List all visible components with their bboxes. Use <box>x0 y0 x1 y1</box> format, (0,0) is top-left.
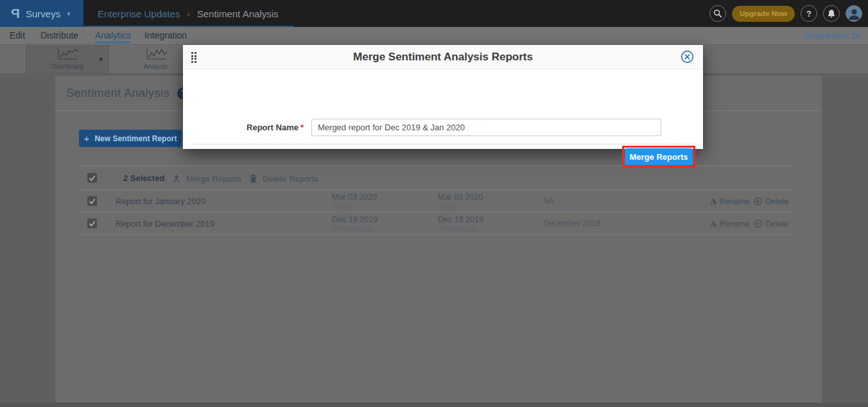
help-button[interactable]: ? <box>801 5 817 22</box>
table-row: Report for December 2019 Dec 19 2019 2 m… <box>79 212 794 235</box>
report-name[interactable]: Report for January 2020 <box>116 190 205 212</box>
delete-reports-action[interactable]: Delete Reports <box>249 166 318 191</box>
responses-count: Responses: 28 <box>804 27 860 44</box>
merge-action-label: Merge Reports <box>186 174 241 184</box>
table-row: Report for January 2020 Mar 03 2020 Toda… <box>79 190 794 212</box>
rename-button[interactable]: A Rename <box>710 212 750 235</box>
check-icon <box>88 220 96 228</box>
drag-handle-icon[interactable] <box>191 52 196 63</box>
zigzag-chart-icon <box>142 48 170 63</box>
line-chart-icon <box>53 48 82 63</box>
new-sentiment-report-button[interactable]: + New Sentiment Report <box>79 130 182 147</box>
reports-table: 2 Selected Merge Reports Delete Reports … <box>79 166 794 235</box>
rename-button[interactable]: A Rename <box>710 190 750 212</box>
modal-divider <box>193 144 693 144</box>
bell-icon <box>827 9 836 18</box>
date-range: December 2019 <box>543 212 600 235</box>
report-name[interactable]: Report for December 2019 <box>116 212 214 235</box>
breadcrumb: Enterprise Updates › Sentiment Analysis <box>98 0 278 27</box>
search-icon <box>713 9 722 18</box>
nav-item-distribute[interactable]: Distribute <box>40 27 78 44</box>
annotation-highlight: Merge Reports <box>622 146 695 168</box>
person-icon <box>847 6 862 21</box>
merge-reports-button[interactable]: Merge Reports <box>625 148 693 165</box>
check-icon <box>88 197 96 205</box>
question-mark-icon: ? <box>806 9 812 19</box>
topbar-actions: Upgrade Now ? <box>709 5 862 22</box>
breadcrumb-survey-link[interactable]: Enterprise Updates <box>98 8 180 19</box>
plus-icon: + <box>84 133 90 144</box>
row-checkbox[interactable] <box>87 196 97 206</box>
questionpro-logo-icon: P <box>11 6 20 21</box>
merge-reports-modal: Merge Sentiment Analysis Reports Report … <box>183 45 703 149</box>
delete-action-label: Delete Reports <box>263 174 318 184</box>
page-title: Sentiment Analysis <box>66 87 169 100</box>
row-checkbox[interactable] <box>87 219 97 229</box>
date-range: NA <box>543 190 554 212</box>
check-icon <box>88 174 96 182</box>
delete-button[interactable]: Delete <box>754 190 788 212</box>
survey-nav: Edit Distribute Analytics Integration Re… <box>0 27 868 45</box>
product-name: Surveys <box>26 8 60 19</box>
modal-header: Merge Sentiment Analysis Reports <box>183 45 703 69</box>
merge-icon <box>172 174 181 183</box>
report-name-input[interactable] <box>311 119 661 136</box>
rename-a-icon: A <box>710 196 716 207</box>
upgrade-now-button[interactable]: Upgrade Now <box>732 6 795 22</box>
nav-item-analytics[interactable]: Analytics <box>95 28 131 43</box>
table-bulk-header: 2 Selected Merge Reports Delete Reports <box>79 166 794 190</box>
notifications-button[interactable] <box>823 5 840 22</box>
merge-reports-action[interactable]: Merge Reports <box>172 166 241 191</box>
modal-close-button[interactable] <box>681 50 694 64</box>
rename-a-icon: A <box>710 219 716 229</box>
chevron-down-icon: ▾ <box>67 10 71 18</box>
tab-dashboard-label: Dashboard <box>26 63 108 70</box>
modal-body: Report Name* Merge Reports <box>183 69 703 148</box>
topbar: P Surveys ▾ Enterprise Updates › Sentime… <box>0 0 868 27</box>
trash-icon <box>249 174 257 183</box>
selected-count: 2 Selected <box>123 166 164 191</box>
modified-date: Mar 03 2020 Today <box>438 193 483 210</box>
modified-date: Dec 19 2019 2 months ago <box>438 215 483 232</box>
circle-x-icon <box>754 197 762 205</box>
delete-button[interactable]: Delete <box>754 212 788 235</box>
created-date: Mar 03 2020 Today <box>332 193 377 210</box>
new-report-label: New Sentiment Report <box>94 134 177 143</box>
footer-strip <box>0 403 868 407</box>
close-icon <box>681 50 694 64</box>
report-name-label: Report Name* <box>209 119 304 136</box>
user-avatar[interactable] <box>846 5 862 22</box>
required-asterisk: * <box>300 123 304 132</box>
tab-dashboard[interactable]: ▾ Dashboard <box>26 45 109 73</box>
nav-item-edit[interactable]: Edit <box>10 27 25 44</box>
breadcrumb-current: Sentiment Analysis <box>197 8 279 19</box>
breadcrumb-separator-icon: › <box>187 9 189 19</box>
created-date: Dec 19 2019 2 months ago <box>332 215 378 232</box>
product-switcher[interactable]: P Surveys ▾ <box>0 0 83 27</box>
nav-item-integration[interactable]: Integration <box>144 27 187 44</box>
search-button[interactable] <box>709 5 726 22</box>
select-all-checkbox[interactable] <box>87 173 97 183</box>
circle-x-icon <box>754 220 762 228</box>
modal-title: Merge Sentiment Analysis Reports <box>183 45 703 69</box>
